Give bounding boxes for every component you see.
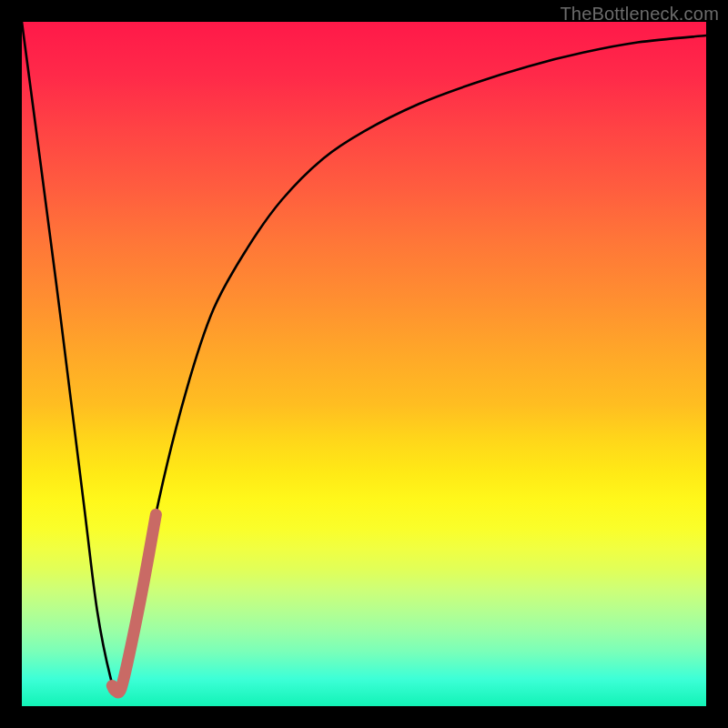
plot-area xyxy=(22,22,706,706)
curves-layer xyxy=(22,22,706,706)
highlight-segment xyxy=(112,514,156,693)
bottleneck-curve xyxy=(22,22,706,693)
chart-frame: TheBottleneck.com xyxy=(0,0,728,728)
watermark-text: TheBottleneck.com xyxy=(560,4,719,25)
